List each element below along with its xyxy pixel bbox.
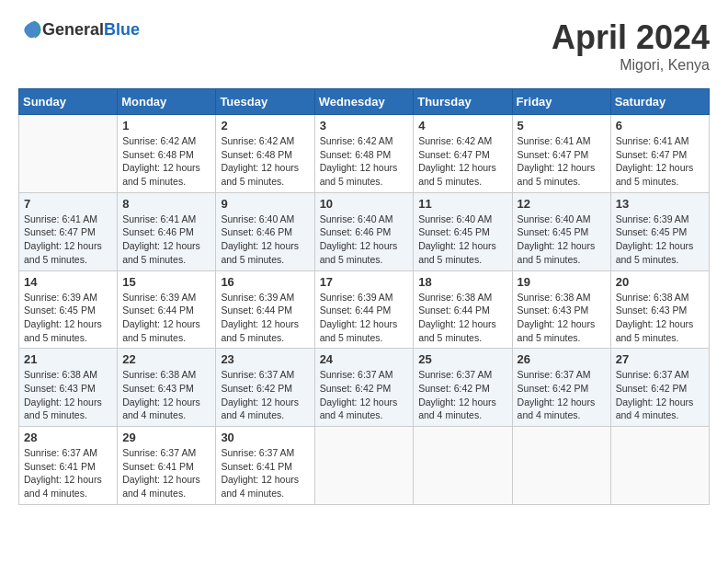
day-info: Sunrise: 6:41 AM Sunset: 6:47 PM Dayligh…	[24, 213, 112, 267]
calendar-header: SundayMondayTuesdayWednesdayThursdayFrid…	[19, 89, 710, 115]
header-day-saturday: Saturday	[610, 89, 709, 115]
day-number: 5	[518, 119, 606, 132]
day-info: Sunrise: 6:38 AM Sunset: 6:43 PM Dayligh…	[24, 368, 112, 422]
calendar-cell	[610, 427, 709, 505]
calendar-cell: 26Sunrise: 6:37 AM Sunset: 6:42 PM Dayli…	[512, 349, 610, 427]
header-day-monday: Monday	[118, 89, 216, 115]
calendar-cell	[512, 427, 610, 505]
day-info: Sunrise: 6:40 AM Sunset: 6:45 PM Dayligh…	[418, 213, 506, 267]
day-info: Sunrise: 6:37 AM Sunset: 6:41 PM Dayligh…	[24, 446, 112, 500]
day-info: Sunrise: 6:37 AM Sunset: 6:42 PM Dayligh…	[518, 368, 606, 422]
calendar-cell: 29Sunrise: 6:37 AM Sunset: 6:41 PM Dayli…	[118, 427, 216, 505]
day-number: 30	[221, 431, 309, 444]
day-number: 12	[518, 197, 606, 211]
calendar-cell	[414, 427, 512, 505]
day-number: 25	[418, 352, 506, 366]
day-number: 15	[122, 275, 210, 289]
day-info: Sunrise: 6:42 AM Sunset: 6:48 PM Dayligh…	[221, 134, 309, 189]
logo-icon	[20, 18, 42, 40]
day-info: Sunrise: 6:38 AM Sunset: 6:43 PM Dayligh…	[616, 291, 704, 345]
calendar-cell	[314, 427, 414, 505]
calendar-cell: 9Sunrise: 6:40 AM Sunset: 6:46 PM Daylig…	[216, 192, 314, 270]
day-number: 29	[122, 431, 210, 444]
day-info: Sunrise: 6:40 AM Sunset: 6:46 PM Dayligh…	[320, 213, 409, 267]
page-header: GeneralBlue April 2024 Migori, Kenya	[18, 18, 710, 74]
logo-blue-text: Blue	[104, 20, 140, 39]
day-number: 27	[616, 352, 704, 366]
day-info: Sunrise: 6:37 AM Sunset: 6:41 PM Dayligh…	[122, 446, 210, 500]
header-day-sunday: Sunday	[19, 89, 118, 115]
day-info: Sunrise: 6:39 AM Sunset: 6:45 PM Dayligh…	[616, 213, 704, 267]
header-day-wednesday: Wednesday	[314, 89, 414, 115]
calendar-cell: 2Sunrise: 6:42 AM Sunset: 6:48 PM Daylig…	[216, 115, 314, 193]
day-number: 10	[320, 197, 409, 211]
header-day-friday: Friday	[512, 89, 610, 115]
day-number: 9	[221, 197, 309, 211]
calendar-week-2: 7Sunrise: 6:41 AM Sunset: 6:47 PM Daylig…	[19, 192, 710, 270]
day-info: Sunrise: 6:40 AM Sunset: 6:45 PM Dayligh…	[518, 213, 606, 267]
calendar-cell: 7Sunrise: 6:41 AM Sunset: 6:47 PM Daylig…	[19, 192, 118, 270]
calendar-location: Migori, Kenya	[552, 57, 710, 74]
calendar-cell: 16Sunrise: 6:39 AM Sunset: 6:44 PM Dayli…	[216, 270, 314, 349]
day-info: Sunrise: 6:41 AM Sunset: 6:47 PM Dayligh…	[518, 134, 606, 189]
day-number: 13	[616, 197, 704, 211]
day-number: 23	[221, 352, 309, 366]
day-number: 14	[24, 275, 112, 289]
day-number: 21	[24, 352, 112, 366]
day-number: 26	[518, 352, 606, 366]
day-number: 6	[616, 119, 704, 132]
day-info: Sunrise: 6:42 AM Sunset: 6:48 PM Dayligh…	[122, 134, 210, 189]
calendar-cell: 25Sunrise: 6:37 AM Sunset: 6:42 PM Dayli…	[414, 349, 512, 427]
day-info: Sunrise: 6:42 AM Sunset: 6:48 PM Dayligh…	[320, 134, 409, 189]
day-number: 11	[418, 197, 506, 211]
header-row: SundayMondayTuesdayWednesdayThursdayFrid…	[19, 89, 710, 115]
calendar-cell: 10Sunrise: 6:40 AM Sunset: 6:46 PM Dayli…	[314, 192, 414, 270]
logo: GeneralBlue	[18, 18, 140, 40]
calendar-cell: 23Sunrise: 6:37 AM Sunset: 6:42 PM Dayli…	[216, 349, 314, 427]
day-info: Sunrise: 6:37 AM Sunset: 6:42 PM Dayligh…	[418, 368, 506, 422]
calendar-week-1: 1Sunrise: 6:42 AM Sunset: 6:48 PM Daylig…	[19, 115, 710, 193]
calendar-cell	[19, 115, 118, 193]
calendar-cell: 22Sunrise: 6:38 AM Sunset: 6:43 PM Dayli…	[118, 349, 216, 427]
day-info: Sunrise: 6:41 AM Sunset: 6:46 PM Dayligh…	[122, 213, 210, 267]
calendar-cell: 3Sunrise: 6:42 AM Sunset: 6:48 PM Daylig…	[314, 115, 414, 193]
calendar-cell: 15Sunrise: 6:39 AM Sunset: 6:44 PM Dayli…	[118, 270, 216, 349]
title-block: April 2024 Migori, Kenya	[552, 18, 710, 74]
day-info: Sunrise: 6:39 AM Sunset: 6:44 PM Dayligh…	[122, 291, 210, 345]
day-info: Sunrise: 6:37 AM Sunset: 6:42 PM Dayligh…	[221, 368, 309, 422]
calendar-cell: 20Sunrise: 6:38 AM Sunset: 6:43 PM Dayli…	[610, 270, 709, 349]
day-info: Sunrise: 6:38 AM Sunset: 6:44 PM Dayligh…	[418, 291, 506, 345]
day-info: Sunrise: 6:42 AM Sunset: 6:47 PM Dayligh…	[418, 134, 506, 189]
day-info: Sunrise: 6:39 AM Sunset: 6:44 PM Dayligh…	[221, 291, 309, 345]
day-number: 20	[616, 275, 704, 289]
day-info: Sunrise: 6:39 AM Sunset: 6:45 PM Dayligh…	[24, 291, 112, 345]
calendar-cell: 8Sunrise: 6:41 AM Sunset: 6:46 PM Daylig…	[118, 192, 216, 270]
day-info: Sunrise: 6:37 AM Sunset: 6:41 PM Dayligh…	[221, 446, 309, 500]
day-info: Sunrise: 6:38 AM Sunset: 6:43 PM Dayligh…	[122, 368, 210, 422]
calendar-cell: 27Sunrise: 6:37 AM Sunset: 6:42 PM Dayli…	[610, 349, 709, 427]
calendar-cell: 21Sunrise: 6:38 AM Sunset: 6:43 PM Dayli…	[19, 349, 118, 427]
day-number: 18	[418, 275, 506, 289]
calendar-cell: 13Sunrise: 6:39 AM Sunset: 6:45 PM Dayli…	[610, 192, 709, 270]
day-number: 17	[320, 275, 409, 289]
day-number: 19	[518, 275, 606, 289]
calendar-cell: 28Sunrise: 6:37 AM Sunset: 6:41 PM Dayli…	[19, 427, 118, 505]
logo-general-text: General	[42, 20, 104, 39]
calendar-cell: 12Sunrise: 6:40 AM Sunset: 6:45 PM Dayli…	[512, 192, 610, 270]
day-number: 7	[24, 197, 112, 211]
day-number: 28	[24, 431, 112, 444]
day-number: 1	[122, 119, 210, 132]
day-info: Sunrise: 6:39 AM Sunset: 6:44 PM Dayligh…	[320, 291, 409, 345]
calendar-week-4: 21Sunrise: 6:38 AM Sunset: 6:43 PM Dayli…	[19, 349, 710, 427]
day-number: 16	[221, 275, 309, 289]
calendar-cell: 24Sunrise: 6:37 AM Sunset: 6:42 PM Dayli…	[314, 349, 414, 427]
calendar-cell: 30Sunrise: 6:37 AM Sunset: 6:41 PM Dayli…	[216, 427, 314, 505]
header-day-thursday: Thursday	[414, 89, 512, 115]
day-number: 3	[320, 119, 409, 132]
day-number: 22	[122, 352, 210, 366]
day-info: Sunrise: 6:37 AM Sunset: 6:42 PM Dayligh…	[616, 368, 704, 422]
calendar-cell: 11Sunrise: 6:40 AM Sunset: 6:45 PM Dayli…	[414, 192, 512, 270]
calendar-cell: 14Sunrise: 6:39 AM Sunset: 6:45 PM Dayli…	[19, 270, 118, 349]
header-day-tuesday: Tuesday	[216, 89, 314, 115]
calendar-week-5: 28Sunrise: 6:37 AM Sunset: 6:41 PM Dayli…	[19, 427, 710, 505]
